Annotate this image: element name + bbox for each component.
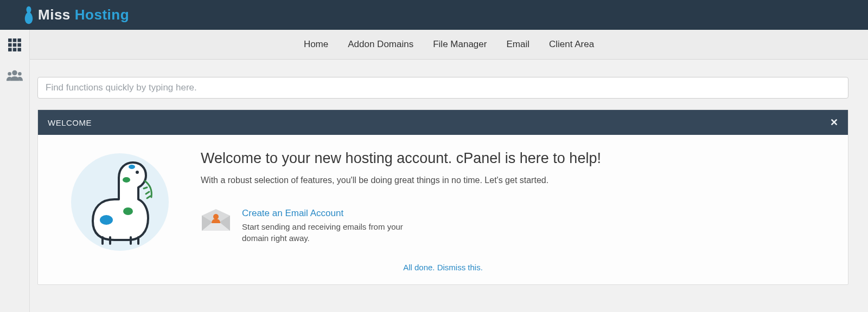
envelope-user-icon [201, 208, 231, 233]
svg-point-10 [8, 72, 11, 76]
search-input[interactable] [37, 77, 848, 99]
brand-text-1: Miss [38, 6, 71, 23]
svg-rect-3 [8, 43, 12, 47]
svg-point-11 [18, 72, 22, 76]
create-email-link[interactable]: Create an Email Account [242, 208, 343, 219]
svg-rect-8 [17, 48, 21, 51]
create-email-action: Create an Email Account Start sending an… [201, 208, 828, 244]
users-icon[interactable] [6, 67, 23, 84]
brand-text-2: Hosting [75, 6, 129, 23]
main-nav: Home Addon Domains File Manager Email Cl… [30, 30, 868, 60]
svg-rect-6 [8, 48, 12, 51]
svg-rect-0 [8, 38, 12, 42]
svg-rect-1 [13, 38, 17, 42]
svg-rect-4 [13, 43, 17, 47]
welcome-heading: Welcome to your new hosting account. cPa… [201, 150, 828, 167]
dismiss-link[interactable]: All done. Dismiss this. [403, 263, 483, 272]
apps-grid-icon[interactable] [6, 36, 23, 54]
welcome-panel-header: WELCOME ✕ [38, 110, 848, 135]
nav-email[interactable]: Email [506, 39, 529, 50]
nav-home[interactable]: Home [304, 39, 328, 50]
svg-rect-5 [17, 43, 21, 47]
create-email-description: Start sending and receiving emails from … [242, 221, 405, 244]
close-icon[interactable]: ✕ [830, 116, 839, 128]
svg-point-17 [213, 214, 219, 219]
mascot-column [58, 150, 182, 251]
svg-rect-2 [17, 38, 21, 42]
main-area: Home Addon Domains File Manager Email Cl… [30, 30, 868, 312]
svg-point-9 [12, 70, 17, 75]
nav-addon-domains[interactable]: Addon Domains [348, 39, 413, 50]
welcome-panel: WELCOME ✕ [37, 109, 848, 285]
brand-silhouette-icon [23, 5, 35, 25]
svg-point-14 [123, 207, 133, 215]
mascot-icon [71, 153, 169, 251]
nav-file-manager[interactable]: File Manager [433, 39, 487, 50]
top-header: Miss Hosting [0, 0, 868, 30]
svg-point-12 [136, 171, 139, 174]
svg-point-16 [129, 165, 135, 169]
nav-client-area[interactable]: Client Area [549, 39, 594, 50]
svg-point-13 [100, 215, 113, 225]
brand-logo[interactable]: Miss Hosting [23, 5, 129, 25]
svg-point-15 [123, 177, 130, 183]
svg-rect-7 [13, 48, 17, 51]
welcome-subtitle: With a robust selection of features, you… [201, 176, 828, 185]
left-sidebar [0, 30, 30, 312]
welcome-panel-title: WELCOME [48, 118, 92, 127]
